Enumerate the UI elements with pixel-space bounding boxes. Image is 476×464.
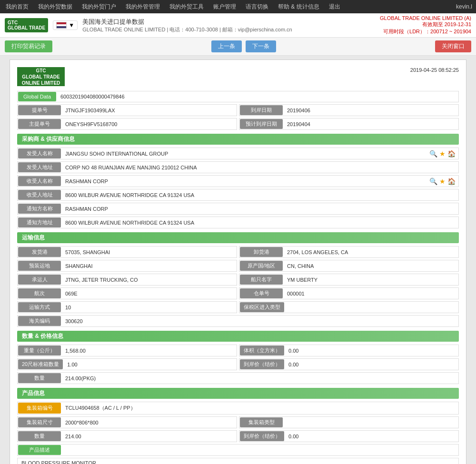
container-type-value: [283, 421, 458, 424]
product-quantity-row: 数量 214.00: [17, 430, 237, 442]
dest-port-label: 卸货港: [240, 247, 283, 257]
nav-links: 我的首页 我的外贸数据 我的外贸门户 我的外管管理 我的外贸工具 账户管理 语言…: [4, 3, 342, 11]
container-type-row: 集装箱类型: [239, 416, 459, 428]
nav-help[interactable]: 帮助 & 统计信息: [276, 3, 321, 11]
shipper-star-icon[interactable]: ★: [439, 150, 446, 158]
global-data-value: 600320190408000047984​6: [57, 92, 458, 101]
warehouse-label: 仓单号: [240, 288, 283, 298]
load-place-label: 预装运地: [18, 261, 61, 271]
prev-button[interactable]: 上一条: [211, 40, 242, 52]
consignee-home-icon[interactable]: 🏠: [447, 178, 456, 185]
shipper-name-value: JIANGSU SOHO INTERNATIONAL GROUP: [61, 149, 429, 158]
eta-label: 预计到岸日期: [240, 119, 283, 129]
eta-row: 预计到岸日期 20190404: [239, 118, 459, 130]
container-type-label: 集装箱类型: [240, 417, 283, 427]
container-no-row: 集装箱编号 TCLU4904658（AC / L / PP）: [17, 402, 459, 415]
valid-until: 有效期至 2019-12-31: [380, 21, 471, 28]
container-no-label: 集装箱编号: [18, 403, 61, 414]
consignee-name-row: 收受人名称 RASHMAN CORP 🔍 ★ 🏠: [17, 175, 459, 187]
nav-language[interactable]: 语言切换: [244, 3, 270, 11]
product-arrival-price-value: 0.00: [285, 432, 458, 441]
nav-foreign-portal[interactable]: 我的外贸门户: [80, 3, 118, 11]
nav-account[interactable]: 账户管理: [211, 3, 238, 11]
arrival-date-row: 到岸日期 20190406: [239, 104, 459, 116]
product-desc-value: BLOOD PRESSURE MONITOR: [17, 458, 459, 464]
user-info: kevin.l: [456, 3, 472, 10]
weight-row: 重量（公斤） 1,568.00: [17, 345, 237, 356]
top-navigation: 我的首页 我的外贸数据 我的外贸门户 我的外管管理 我的外贸工具 账户管理 语言…: [0, 0, 476, 13]
bonded-label: 保税区进入类型: [240, 302, 284, 312]
top-toolbar: 打印贸易记录 上一条 下一条 关闭窗口: [0, 38, 476, 56]
customs-code-value: 300620: [61, 317, 458, 326]
nav-home[interactable]: 我的首页: [4, 3, 30, 11]
arrival-price-row: 到岸价（结价） 0.00: [239, 358, 459, 370]
consignee-action-icons: 🔍 ★ 🏠: [429, 178, 458, 185]
shipper-search-icon[interactable]: 🔍: [429, 150, 437, 158]
transport-section-title: 运输信息: [17, 232, 459, 243]
warehouse-row: 仓单号 000001: [239, 287, 459, 299]
header-info: 美国海关进口提单数据 GLOBAL TRADE ONLINE LIMITED |…: [82, 18, 292, 33]
transport-mode-row: 运输方式 10: [17, 301, 237, 313]
consignee-addr-value: 8600 WILBUR AVENUE NORTHRIDGE CA 91324 U…: [61, 191, 458, 199]
shipper-addr-row: 发受人地址 CORP NO 48 RUANJIAN AVE NANJING 21…: [17, 161, 459, 173]
arrival-date-value: 20190406: [283, 106, 458, 115]
arrival-price-label: 到岸价（结价）: [240, 359, 284, 369]
page-title: 美国海关进口提单数据: [82, 18, 292, 26]
us-flag: [56, 22, 67, 29]
country-selector[interactable]: ▼: [53, 20, 78, 30]
shipper-name-row: 发受人名称 JIANGSU SOHO INTERNATIONAL GROUP 🔍…: [17, 148, 459, 159]
nav-trade-data[interactable]: 我的外贸数据: [36, 3, 74, 11]
consignee-star-icon[interactable]: ★: [439, 178, 446, 185]
origin-country-value: CN, CHINA: [283, 262, 458, 270]
notify-addr-label: 通知方地址: [18, 217, 61, 227]
product-arrival-price-label: 到岸价（结价）: [240, 431, 284, 441]
quantity-label: 数量: [18, 373, 61, 383]
voyage-value: 069E: [61, 289, 237, 298]
master-bill-row: 主提单号 ONEYSH9FV5168700: [17, 118, 237, 130]
weight-value: 1,568.00: [61, 346, 237, 355]
master-bill-value: ONEYSH9FV5168700: [61, 120, 237, 128]
document-container: GTCGLOBAL TRADEONLINE LIMITED 2019-04-25…: [10, 59, 466, 464]
shipper-action-icons: 🔍 ★ 🏠: [429, 150, 458, 158]
logo: GTCGLOBAL TRADE: [5, 18, 48, 32]
doc-logo-text: GTCGLOBAL TRADEONLINE LIMITED: [22, 68, 60, 86]
load-place-row: 预装运地 SHANGHAI: [17, 260, 237, 272]
load-place-value: SHANGHAI: [61, 262, 237, 270]
shipper-home-icon[interactable]: 🏠: [447, 150, 456, 158]
container-size-row: 集装箱尺寸 2000*806*800: [17, 416, 237, 428]
buyer-supplier-section-title: 采购商 & 供应商信息: [17, 134, 459, 145]
header-left-section: GTCGLOBAL TRADE ▼ 美国海关进口提单数据 GLOBAL TRAD…: [5, 18, 292, 33]
product-arrival-price-row: 到岸价（结价） 0.00: [239, 430, 459, 442]
origin-country-label: 原产国/地区: [240, 261, 283, 271]
nav-foreign-tools[interactable]: 我的外贸工具: [168, 3, 206, 11]
arrival-price-value: 0.00: [285, 360, 458, 369]
global-data-row: Global Data 600320190408000047984​6: [17, 91, 459, 102]
container-20-value: 1.00: [63, 360, 237, 369]
consignee-search-icon[interactable]: 🔍: [429, 178, 437, 185]
next-button[interactable]: 下一条: [246, 40, 276, 52]
customs-code-row: 海关编码 300620: [17, 315, 459, 327]
master-bill-label: 主提单号: [18, 119, 61, 129]
notify-addr-row: 通知方地址 8600 WILBUR AVENUE NORTHRIDGE CA 9…: [17, 217, 459, 228]
carrier-row: 承运人 JTNG, JETER TRUCKING, CO: [17, 274, 237, 286]
navigation-buttons: 上一条 下一条: [211, 40, 276, 52]
notify-name-value: RASHMAN CORP: [61, 205, 458, 213]
nav-logout[interactable]: 退出: [327, 3, 342, 11]
doc-logo: GTCGLOBAL TRADEONLINE LIMITED: [17, 67, 65, 86]
carrier-label: 承运人: [18, 275, 61, 285]
vessel-row: 船只名字 YM UBERTY: [239, 274, 459, 286]
nav-foreign-manage[interactable]: 我的外管管理: [124, 3, 162, 11]
close-button[interactable]: 关闭窗口: [435, 40, 471, 52]
bonded-row: 保税区进入类型: [239, 301, 459, 313]
consignee-addr-label: 收受人地址: [18, 190, 61, 200]
eta-value: 20190404: [283, 120, 458, 128]
print-button[interactable]: 打印贸易记录: [5, 40, 52, 52]
bill-no-value: JTNGJF1903499LAX: [61, 106, 237, 115]
dest-port-value: 2704, LOS ANGELES, CA: [283, 248, 458, 257]
bill-no-label: 提单号: [18, 105, 61, 115]
usage-info: 可用时段（LDR）：200712 ~ 201904: [380, 28, 471, 35]
main-content: GTCGLOBAL TRADEONLINE LIMITED 2019-04-25…: [0, 56, 476, 464]
origin-port-label: 发货港: [18, 247, 61, 257]
logo-box: GTCGLOBAL TRADE: [5, 18, 48, 32]
brand-name: GLOBAL TRADE ONLINE LIMITED (A): [380, 15, 471, 21]
